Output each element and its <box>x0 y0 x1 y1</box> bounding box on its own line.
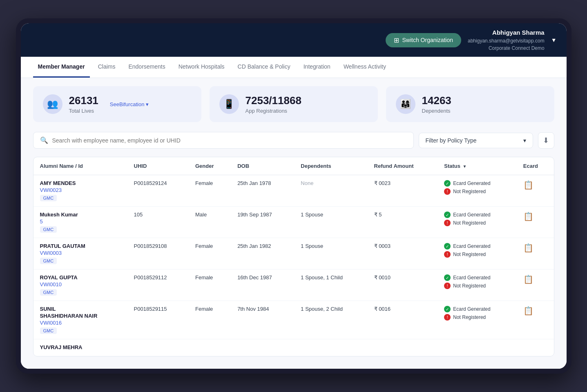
uhid-cell: P0018529124 <box>127 175 189 207</box>
stat-card-app-registrations: 📱 7253/11868 App Registrations <box>210 86 378 122</box>
user-name: Abhigyan Sharma <box>468 28 545 38</box>
user-dropdown-arrow[interactable]: ▼ <box>551 37 557 43</box>
ecard-cell: 📋 <box>517 301 554 339</box>
refund-cell: ₹ 0016 <box>368 301 438 339</box>
status-not-registered: ! Not Registered <box>444 220 510 226</box>
status-ecard-label: Ecard Generated <box>453 306 490 312</box>
ecard-cell: 📋 <box>517 270 554 301</box>
main-content: 👥 26131 Total Lives SeeBifurcation ▾ 📱 7… <box>21 78 567 369</box>
user-info: Abhigyan Sharma abhigyan.sharma@getvisit… <box>468 28 545 52</box>
status-cell: ✓ Ecard Generated ! Not Registered <box>437 207 517 238</box>
gender-cell: Female <box>189 175 231 207</box>
bifurcation-chevron-icon: ▾ <box>146 101 149 107</box>
gender-cell <box>189 339 231 356</box>
members-table-container: Alumni Name / Id UHID Gender DOB Depende… <box>33 157 554 356</box>
status-red-dot: ! <box>444 220 451 226</box>
switch-org-icon: ⊞ <box>394 36 399 44</box>
member-name: Mukesh Kumar <box>40 212 121 218</box>
total-lives-icon: 👥 <box>43 94 62 114</box>
dob-cell: 19th Sep 1987 <box>231 207 294 238</box>
ecard-icon[interactable]: 📋 <box>523 275 533 284</box>
dob-cell: 25th Jan 1978 <box>231 175 294 207</box>
search-icon: 🔍 <box>40 136 48 144</box>
table-row: SUNIL SHASHIDHARAN NAIR VWI0016 GMC P001… <box>33 301 554 339</box>
col-header-refund: Refund Amount <box>368 157 438 175</box>
ecard-icon[interactable]: 📋 <box>523 306 533 315</box>
nav-item-endorsements[interactable]: Endorsements <box>123 57 170 78</box>
member-id[interactable]: VWI0010 <box>40 281 121 287</box>
dob-cell: 25th Jan 1982 <box>231 238 294 270</box>
nav-item-cd-balance-policy[interactable]: CD Balance & Policy <box>233 57 295 78</box>
table-row: ROYAL GUPTA VWI0010 GMC P0018529112 Fema… <box>33 270 554 301</box>
total-lives-value: 26131 <box>69 94 98 107</box>
uhid-cell: P0018529112 <box>127 270 189 301</box>
col-header-dob: DOB <box>231 157 294 175</box>
ecard-cell <box>517 339 554 356</box>
status-not-registered-label: Not Registered <box>453 189 486 194</box>
member-id[interactable]: 5 <box>40 218 121 225</box>
refund-cell <box>368 339 438 356</box>
uhid-cell: 105 <box>127 207 189 238</box>
status-not-registered: ! Not Registered <box>444 283 510 289</box>
member-name-cell: AMY MENDES VWI0023 GMC <box>33 175 127 207</box>
nav-item-integration[interactable]: Integration <box>299 57 335 78</box>
see-bifurcation-button[interactable]: SeeBifurcation ▾ <box>110 101 149 107</box>
gender-cell: Female <box>189 301 231 339</box>
gender-cell: Female <box>189 270 231 301</box>
nav-bar: Member Manager Claims Endorsements Netwo… <box>21 57 567 78</box>
status-ecard-generated: ✓ Ecard Generated <box>444 274 510 281</box>
member-name: YUVRAJ MEHRA <box>40 344 121 350</box>
search-input[interactable] <box>52 137 407 144</box>
member-id[interactable]: VWI0016 <box>40 320 121 326</box>
status-red-dot: ! <box>444 188 451 195</box>
status-cell: ✓ Ecard Generated ! Not Registered <box>437 270 517 301</box>
dependents-cell <box>294 339 367 356</box>
switch-org-button[interactable]: ⊞ Switch Organization <box>386 33 462 47</box>
download-icon: ⬇ <box>543 136 549 145</box>
dependents-icon: 👨‍👩‍👧 <box>396 94 415 114</box>
filter-policy-type-dropdown[interactable]: Filter by Policy Type ▾ <box>419 133 533 148</box>
nav-item-wellness-activity[interactable]: Wellness Activity <box>339 57 391 78</box>
member-id[interactable]: VWI0023 <box>40 187 121 193</box>
device-frame: ⊞ Switch Organization Abhigyan Sharma ab… <box>16 18 571 374</box>
col-header-status[interactable]: Status ▼ <box>437 157 517 175</box>
refund-cell: ₹ 0010 <box>368 270 438 301</box>
nav-item-member-manager[interactable]: Member Manager <box>33 57 90 78</box>
uhid-cell <box>127 339 189 356</box>
nav-item-claims[interactable]: Claims <box>93 57 121 78</box>
nav-item-network-hospitals[interactable]: Network Hospitals <box>174 57 230 78</box>
ecard-icon[interactable]: 📋 <box>523 212 533 221</box>
status-red-dot: ! <box>444 251 451 258</box>
status-cell: ✓ Ecard Generated ! Not Registered <box>437 301 517 339</box>
status-not-registered-label: Not Registered <box>453 252 486 257</box>
status-ecard-label: Ecard Generated <box>453 180 490 186</box>
download-button[interactable]: ⬇ <box>538 132 554 149</box>
ecard-icon[interactable]: 📋 <box>523 180 533 189</box>
status-ecard-generated: ✓ Ecard Generated <box>444 306 510 312</box>
status-green-dot: ✓ <box>444 306 451 312</box>
status-red-dot: ! <box>444 314 451 321</box>
stat-info-total-lives: 26131 Total Lives <box>69 94 98 114</box>
ecard-cell: 📋 <box>517 175 554 207</box>
dependents-cell: 1 Spouse <box>294 238 367 270</box>
ecard-icon[interactable]: 📋 <box>523 243 533 252</box>
member-name-cell: ROYAL GUPTA VWI0010 GMC <box>33 270 127 301</box>
app-registrations-icon: 📱 <box>219 94 239 114</box>
gender-cell: Male <box>189 207 231 238</box>
status-red-dot: ! <box>444 283 451 289</box>
refund-cell: ₹ 0023 <box>368 175 438 207</box>
table-row: PRATUL GAUTAM VWI0003 GMC P0018529108 Fe… <box>33 238 554 270</box>
dob-cell: 16th Dec 1987 <box>231 270 294 301</box>
status-sort-icon: ▼ <box>463 164 467 169</box>
stat-card-total-lives: 👥 26131 Total Lives SeeBifurcation ▾ <box>33 86 201 122</box>
dependents-cell: 1 Spouse, 1 Child <box>294 270 367 301</box>
status-ecard-generated: ✓ Ecard Generated <box>444 212 510 218</box>
status-cell: ✓ Ecard Generated ! Not Registered <box>437 238 517 270</box>
filter-chevron-down-icon: ▾ <box>523 137 526 144</box>
table-header-row: Alumni Name / Id UHID Gender DOB Depende… <box>33 157 554 175</box>
member-badge: GMC <box>40 226 57 233</box>
member-id[interactable]: VWI0003 <box>40 250 121 256</box>
search-box[interactable]: 🔍 <box>33 132 414 149</box>
status-ecard-label: Ecard Generated <box>453 243 490 249</box>
status-ecard-label: Ecard Generated <box>453 212 490 218</box>
